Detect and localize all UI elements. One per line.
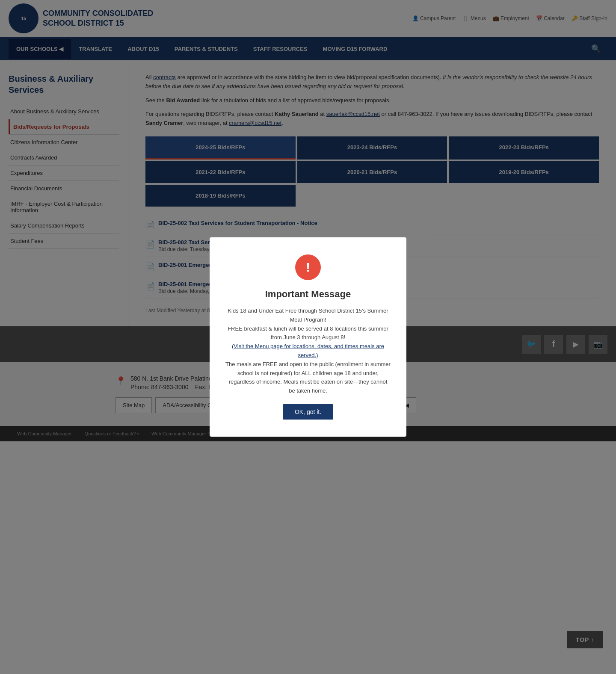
modal-overlay[interactable]: ! Important Message Kids 18 and Under Ea… [0, 0, 616, 441]
modal-menu-link[interactable]: (Visit the Menu page for locations, date… [232, 343, 384, 358]
modal-box: ! Important Message Kids 18 and Under Ea… [210, 237, 406, 437]
modal-ok-button[interactable]: OK, got it. [283, 404, 333, 420]
modal-body: Kids 18 and Under Eat Free through Schoo… [225, 307, 391, 396]
modal-title: Important Message [225, 289, 391, 300]
modal-warning-icon: ! [295, 254, 321, 280]
